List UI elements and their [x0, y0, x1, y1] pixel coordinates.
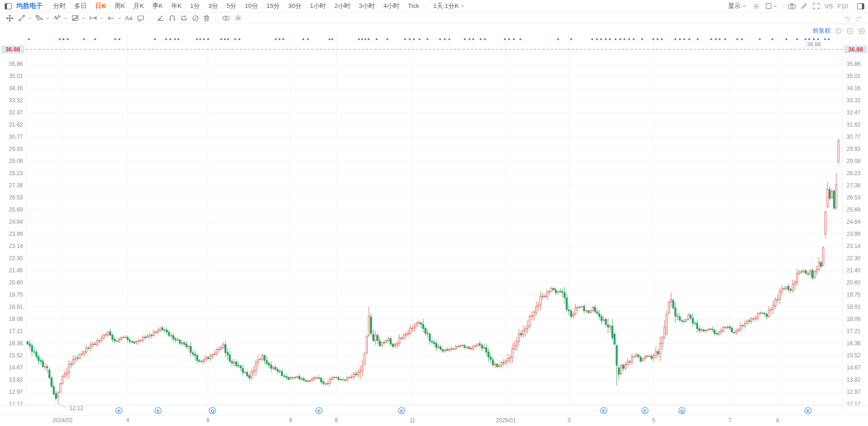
timeframe-tab-多日[interactable]: 多日 [70, 2, 91, 9]
announcement-dot[interactable] [302, 38, 304, 40]
announcement-dot[interactable] [114, 38, 116, 40]
announcement-dot[interactable] [419, 38, 420, 40]
timeframe-tab-3分[interactable]: 3分 [204, 2, 222, 9]
announcement-dot[interactable] [177, 38, 179, 40]
announcement-dot[interactable] [67, 38, 69, 40]
announcement-dot[interactable] [674, 38, 676, 40]
announcement-dot[interactable] [759, 38, 761, 40]
announcement-dot[interactable] [220, 38, 222, 40]
announcement-dot[interactable] [736, 38, 738, 40]
announcement-dot[interactable] [472, 38, 474, 40]
announcement-dot[interactable] [824, 38, 826, 40]
announcement-dot[interactable] [358, 38, 360, 40]
pattern-tool-icon[interactable] [69, 14, 81, 23]
zoom-in-icon[interactable] [858, 28, 865, 35]
announcement-dot[interactable] [329, 38, 330, 40]
announcement-dot[interactable] [364, 38, 366, 40]
announcement-dot[interactable] [771, 38, 773, 40]
announcement-dot[interactable] [331, 38, 333, 40]
announcement-dot[interactable] [275, 38, 277, 40]
announcement-dot[interactable] [633, 38, 635, 40]
comment-tool-icon[interactable] [135, 14, 147, 23]
announcement-dot[interactable] [307, 38, 309, 40]
announcement-dot[interactable] [513, 38, 515, 40]
announcement-dot[interactable] [154, 38, 156, 40]
layout-selector-icon[interactable] [762, 1, 780, 11]
announcement-dot[interactable] [724, 38, 726, 40]
zoom-out-icon[interactable] [847, 28, 854, 35]
timeframe-tab-4小时[interactable]: 4小时 [379, 2, 404, 9]
announcement-dot[interactable] [224, 38, 226, 40]
undo-icon[interactable] [842, 14, 853, 23]
vs-compare-button[interactable]: VS [822, 3, 835, 10]
announcement-dot[interactable] [661, 38, 663, 40]
timeframe-tab-5分[interactable]: 5分 [222, 2, 240, 9]
announcement-dot[interactable] [600, 38, 602, 40]
stock-name[interactable]: 均胜电子 [16, 2, 42, 10]
announcement-dot[interactable] [238, 38, 240, 40]
fullscreen-icon[interactable] [810, 1, 822, 11]
announcement-dot[interactable] [508, 38, 510, 40]
timeframe-tab-1小时[interactable]: 1小时 [306, 2, 330, 9]
custom-period-dropdown[interactable]: 1天:1分K [429, 2, 468, 10]
announcement-dot[interactable] [469, 38, 470, 40]
f10-profile-button[interactable]: F10 [835, 3, 850, 10]
timeframe-tab-Tick[interactable]: Tick [404, 2, 423, 9]
arrow-tool-icon[interactable] [105, 14, 117, 23]
announcement-dot[interactable] [28, 38, 30, 40]
timeframe-tab-3小时[interactable]: 3小时 [355, 2, 379, 9]
chevron-down-icon[interactable] [64, 16, 68, 20]
announcement-dot[interactable] [519, 38, 521, 40]
timeframe-tab-2小时[interactable]: 2小时 [330, 2, 355, 9]
candlestick-chart[interactable]: 35.8635.8635.0135.0134.1634.1633.3233.32… [0, 24, 868, 426]
announcement-dot[interactable] [652, 38, 654, 40]
announcement-dot[interactable] [570, 38, 572, 40]
right-panel-toggle-icon[interactable] [857, 3, 864, 9]
reset-zoom-icon[interactable] [835, 28, 842, 34]
chevron-down-icon[interactable] [28, 16, 32, 20]
continuous-draw-icon[interactable] [178, 14, 190, 23]
measure-tool-icon[interactable] [87, 14, 99, 23]
announcement-dot[interactable] [504, 38, 506, 40]
announcement-dot[interactable] [234, 38, 236, 40]
announcement-dot[interactable] [439, 38, 441, 40]
drawing-settings-gear-icon[interactable] [232, 14, 244, 23]
timeframe-tab-15分[interactable]: 15分 [262, 2, 284, 9]
announcement-dot[interactable] [615, 38, 616, 40]
announcement-dot[interactable] [805, 38, 806, 40]
announcement-dot[interactable] [808, 38, 810, 40]
announcement-dot[interactable] [828, 38, 830, 40]
timeframe-tab-周K[interactable]: 周K [110, 2, 129, 9]
announcement-dot[interactable] [227, 38, 229, 40]
magnet-tool-icon[interactable] [167, 14, 178, 23]
chevron-down-icon[interactable] [46, 16, 49, 20]
announcement-dot[interactable] [448, 38, 450, 40]
announcement-dot[interactable] [203, 38, 205, 40]
announcement-dot[interactable] [609, 38, 611, 40]
announcement-dot[interactable] [165, 38, 167, 40]
trendline-tool-icon[interactable] [16, 14, 28, 23]
announcement-dot[interactable] [63, 38, 64, 40]
announcement-dot[interactable] [591, 38, 593, 40]
chevron-down-icon[interactable] [100, 16, 104, 20]
announcement-dot[interactable] [605, 38, 607, 40]
announcement-dot[interactable] [169, 38, 171, 40]
move-tool-icon[interactable] [4, 14, 16, 23]
compare-symbol-icon[interactable] [220, 14, 232, 23]
announcement-dot[interactable] [404, 38, 406, 40]
announcement-dot[interactable] [174, 38, 176, 40]
timeframe-tab-月K[interactable]: 月K [129, 2, 148, 9]
delete-drawings-icon[interactable] [201, 14, 212, 23]
announcement-dot[interactable] [368, 38, 370, 40]
timeframe-tab-日K[interactable]: 日K [91, 2, 110, 9]
announcement-dot[interactable] [710, 38, 712, 40]
announcement-dot[interactable] [484, 38, 486, 40]
announcement-dot[interactable] [715, 38, 717, 40]
announcement-dot[interactable] [444, 38, 446, 40]
announcement-dot[interactable] [386, 38, 388, 40]
hide-drawings-icon[interactable] [190, 14, 201, 23]
settings-gear-icon[interactable] [750, 1, 762, 11]
timeframe-tab-1分[interactable]: 1分 [186, 2, 204, 9]
announcement-dot[interactable] [628, 38, 630, 40]
timeframe-tab-年K[interactable]: 年K [167, 2, 186, 9]
